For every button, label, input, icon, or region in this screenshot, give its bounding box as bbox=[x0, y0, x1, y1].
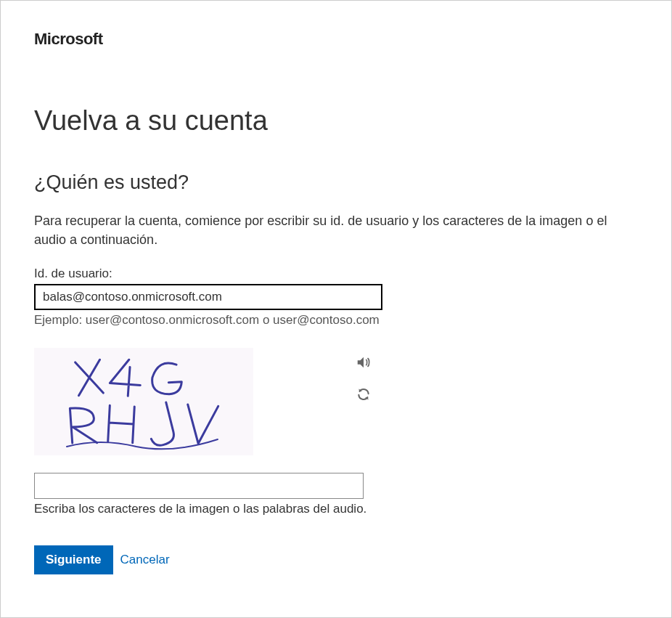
speaker-icon[interactable] bbox=[355, 354, 372, 371]
captcha-input[interactable] bbox=[34, 473, 364, 499]
captcha-image bbox=[34, 348, 253, 455]
section-title: ¿Quién es usted? bbox=[34, 171, 638, 194]
brand-logo: Microsoft bbox=[34, 30, 638, 49]
page-title: Vuelva a su cuenta bbox=[34, 105, 638, 137]
instruction-text: Para recuperar la cuenta, comience por e… bbox=[34, 211, 638, 249]
user-id-label: Id. de usuario: bbox=[34, 267, 638, 281]
user-id-example: Ejemplo: user@contoso.onmicrosoft.com o … bbox=[34, 313, 638, 328]
captcha-instruction: Escriba los caracteres de la imagen o la… bbox=[34, 502, 638, 516]
user-id-input[interactable] bbox=[34, 284, 382, 310]
next-button[interactable]: Siguiente bbox=[34, 545, 113, 574]
cancel-link[interactable]: Cancelar bbox=[120, 553, 170, 567]
refresh-icon[interactable] bbox=[355, 386, 372, 403]
